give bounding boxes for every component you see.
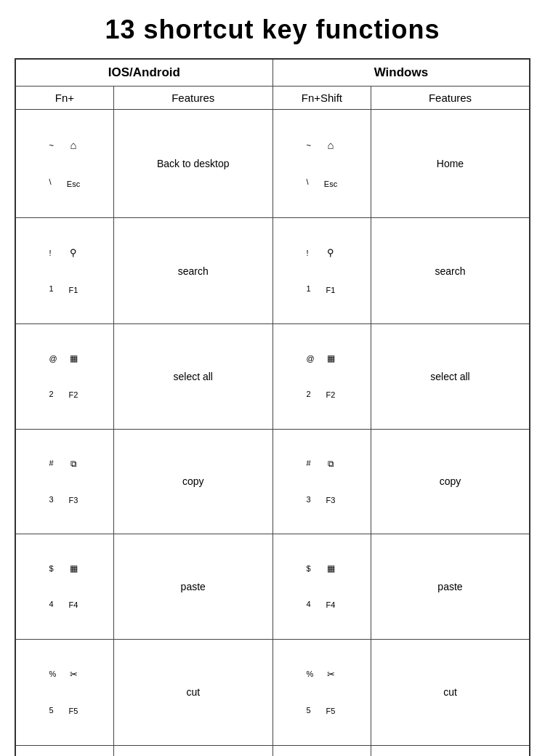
table-row: ! 1 ⚲ F1 search ! 1 ⚲ F1 search xyxy=(15,218,530,324)
key-win-5: % 5 ✂ F5 xyxy=(272,639,371,745)
feature-win-4: paste xyxy=(371,534,530,640)
table-row: ~ \ ⌂ Esc Back to desktop ~ \ ⌂ Esc Home xyxy=(15,110,530,218)
table-row: # 3 ⧉ F3 copy # 3 ⧉ F3 copy xyxy=(15,429,530,534)
section-header-row: IOS/Android Windows xyxy=(15,59,530,87)
feature-win-0: Home xyxy=(371,110,530,218)
ios-android-header: IOS/Android xyxy=(15,59,272,87)
key-ios-3: # 3 ⧉ F3 xyxy=(15,429,113,534)
features2-header: Features xyxy=(371,87,530,110)
key-ios-1: ! 1 ⚲ F1 xyxy=(15,218,113,324)
key-ios-0: ~ \ ⌂ Esc xyxy=(15,110,113,218)
feature-ios-3: copy xyxy=(113,429,272,534)
page-title: 13 shortcut key functions xyxy=(105,15,440,45)
table-row: $ 4 ▦ F4 paste $ 4 ▦ F4 paste xyxy=(15,534,530,640)
windows-header: Windows xyxy=(272,59,530,87)
key-win-1: ! 1 ⚲ F1 xyxy=(272,218,371,324)
col-header-row: Fn+ Features Fn+Shift Features xyxy=(15,87,530,110)
table-row: ^ 6 ⏮ F6 previous piece ^ 6 ⏮ F6 previou… xyxy=(15,745,530,756)
key-ios-6: ^ 6 ⏮ F6 xyxy=(15,745,113,756)
key-ios-5: % 5 ✂ F5 xyxy=(15,639,113,745)
feature-ios-6: previous piece xyxy=(113,745,272,756)
key-win-4: $ 4 ▦ F4 xyxy=(272,534,371,640)
key-win-3: # 3 ⧉ F3 xyxy=(272,429,371,534)
features1-header: Features xyxy=(113,87,272,110)
table-row: @ 2 ▦ F2 select all @ 2 ▦ F2 select all xyxy=(15,324,530,430)
key-win-2: @ 2 ▦ F2 xyxy=(272,324,371,430)
key-ios-2: @ 2 ▦ F2 xyxy=(15,324,113,430)
fn-shift-header: Fn+Shift xyxy=(272,87,371,110)
feature-ios-2: select all xyxy=(113,324,272,430)
table-row: % 5 ✂ F5 cut % 5 ✂ F5 cut xyxy=(15,639,530,745)
feature-win-3: copy xyxy=(371,429,530,534)
feature-ios-1: search xyxy=(113,218,272,324)
key-win-6: ^ 6 ⏮ F6 xyxy=(272,745,371,756)
feature-win-1: search xyxy=(371,218,530,324)
feature-ios-4: paste xyxy=(113,534,272,640)
feature-ios-0: Back to desktop xyxy=(113,110,272,218)
feature-win-2: select all xyxy=(371,324,530,430)
feature-win-5: cut xyxy=(371,639,530,745)
shortcut-table: IOS/Android Windows Fn+ Features Fn+Shif… xyxy=(15,58,530,756)
key-ios-4: $ 4 ▦ F4 xyxy=(15,534,113,640)
feature-ios-5: cut xyxy=(113,639,272,745)
feature-win-6: previous piece xyxy=(371,745,530,756)
key-win-0: ~ \ ⌂ Esc xyxy=(272,110,371,218)
fn-plus-header: Fn+ xyxy=(15,87,113,110)
